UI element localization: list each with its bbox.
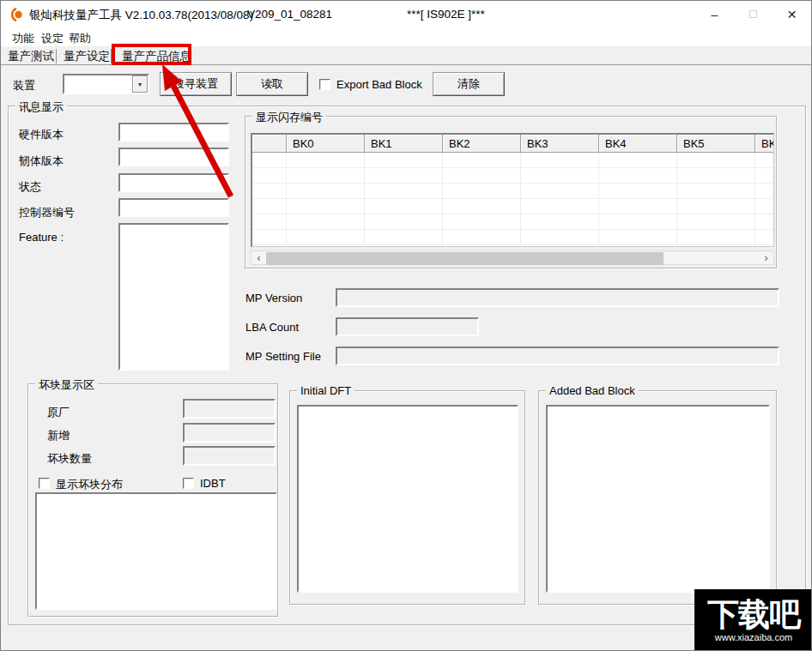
table-cell <box>755 153 774 168</box>
read-button[interactable]: 读取 <box>236 72 308 96</box>
scroll-left-icon[interactable]: ‹ <box>251 251 266 264</box>
feature-label: Feature : <box>19 231 64 244</box>
chevron-down-icon[interactable]: ▼ <box>132 75 148 93</box>
export-bad-block-label: Export Bad Block <box>336 78 422 91</box>
title-bar: 银灿科技量产工具 V2.10.03.78(2013/08/08) V209_01… <box>1 1 811 27</box>
flash-column-header[interactable]: BK3 <box>521 135 599 153</box>
idbt-checkbox[interactable] <box>183 478 194 489</box>
table-cell <box>252 153 287 168</box>
table-cell <box>365 168 443 184</box>
mp-setting-file-label: MP Setting File <box>245 350 321 363</box>
table-cell <box>755 230 774 245</box>
menu-item-1[interactable]: 设定 <box>38 30 67 47</box>
added-badblock-listbox[interactable] <box>546 405 770 593</box>
scrollbar-thumb[interactable] <box>266 252 664 265</box>
tab-0[interactable]: 量产测试 <box>3 48 58 65</box>
table-cell <box>443 153 521 168</box>
flash-column-header[interactable]: BK0 <box>287 135 365 153</box>
table-row <box>252 153 773 168</box>
badblock-count-field[interactable] <box>183 446 276 466</box>
tab-1[interactable]: 量产设定 <box>59 48 114 65</box>
flash-column-header[interactable]: BK2 <box>443 135 521 153</box>
added-label: 新增 <box>47 428 70 443</box>
table-cell <box>677 153 755 168</box>
flash-column-header[interactable]: BK4 <box>599 135 677 153</box>
table-cell <box>443 184 521 199</box>
table-row <box>252 168 773 184</box>
original-field[interactable] <box>183 399 276 419</box>
table-cell <box>677 168 755 184</box>
feature-field[interactable] <box>118 223 229 371</box>
mp-version-field[interactable] <box>336 288 779 307</box>
table-row <box>252 230 773 245</box>
table-cell <box>599 214 677 230</box>
initial-dft-title: Initial DFT <box>297 384 354 397</box>
added-field[interactable] <box>183 423 276 443</box>
table-cell <box>521 230 599 245</box>
tab-strip: 量产测试量产设定量产产品信息 <box>1 46 811 65</box>
table-cell <box>443 199 521 214</box>
show-distribution-checkbox[interactable] <box>39 478 50 489</box>
close-button[interactable]: ✕ <box>773 1 811 27</box>
table-cell <box>677 214 755 230</box>
table-cell <box>252 184 287 199</box>
watermark: 下载吧 www.xiazaiba.com <box>694 589 812 651</box>
hardware-version-label: 硬件版本 <box>19 127 64 142</box>
menu-item-2[interactable]: 帮助 <box>65 30 94 47</box>
table-cell <box>443 214 521 230</box>
mp-version-label: MP Version <box>245 292 302 304</box>
added-badblock-group: Added Bad Block <box>538 390 777 605</box>
table-cell <box>755 184 774 199</box>
added-badblock-title: Added Bad Block <box>546 384 639 397</box>
show-distribution-label: 显示坏块分布 <box>56 477 123 492</box>
initial-dft-group: Initial DFT <box>289 390 525 605</box>
hardware-version-field[interactable] <box>118 123 229 142</box>
scroll-right-icon[interactable]: › <box>759 251 773 264</box>
table-row <box>252 199 773 214</box>
badblock-group-title: 坏块显示区 <box>35 377 98 393</box>
flash-table-body <box>252 153 773 245</box>
table-cell <box>252 230 287 245</box>
minimize-button[interactable]: – <box>695 1 734 27</box>
table-cell <box>287 230 365 245</box>
window-title-version: V209_01_08281 <box>247 8 332 21</box>
table-cell <box>252 168 287 184</box>
flash-column-header[interactable]: BK1 <box>365 135 443 153</box>
app-window: 银灿科技量产工具 V2.10.03.78(2013/08/08) V209_01… <box>0 0 812 651</box>
device-combobox[interactable]: ▼ <box>63 74 149 94</box>
table-cell <box>599 168 677 184</box>
controller-id-field[interactable] <box>118 198 229 217</box>
idbt-label: IDBT <box>200 477 226 490</box>
clear-button[interactable]: 清除 <box>433 72 505 96</box>
flash-group: 显示闪存编号 BK0BK1BK2BK3BK4BK5BK ‹ › <box>245 116 777 268</box>
firmware-version-label: 韧体版本 <box>19 154 64 169</box>
badblock-group: 坏块显示区 原厂 新增 坏块数量 显示坏块分布 IDBT <box>27 383 278 617</box>
table-cell <box>599 199 677 214</box>
tab-2[interactable]: 量产产品信息 <box>118 48 196 65</box>
lba-count-field[interactable] <box>336 317 479 336</box>
badblock-distribution-listbox[interactable] <box>35 492 277 610</box>
table-cell <box>521 153 599 168</box>
mp-setting-file-field[interactable] <box>336 347 779 365</box>
menu-item-0[interactable]: 功能 <box>9 30 38 47</box>
export-bad-block-checkbox[interactable] <box>319 79 330 90</box>
flash-column-header[interactable]: BK <box>755 135 774 153</box>
table-cell <box>443 168 521 184</box>
tab-separator <box>190 49 191 63</box>
info-group: 讯息显示 硬件版本 韧体版本 状态 控制器编号 Feature : 显示闪存编号… <box>8 105 806 625</box>
flash-column-header[interactable]: BK5 <box>677 135 755 153</box>
firmware-version-field[interactable] <box>118 148 229 166</box>
status-field[interactable] <box>118 173 229 192</box>
table-cell <box>755 199 774 214</box>
horizontal-scrollbar[interactable]: ‹ › <box>251 250 774 265</box>
search-device-button[interactable]: 搜寻装置 <box>160 72 232 96</box>
table-cell <box>755 214 774 230</box>
table-cell <box>677 230 755 245</box>
table-cell <box>599 184 677 199</box>
table-cell <box>252 214 287 230</box>
table-cell <box>287 214 365 230</box>
tab-separator <box>111 49 112 63</box>
initial-dft-listbox[interactable] <box>297 405 518 593</box>
flash-column-header[interactable] <box>252 135 287 153</box>
table-cell <box>287 184 365 199</box>
